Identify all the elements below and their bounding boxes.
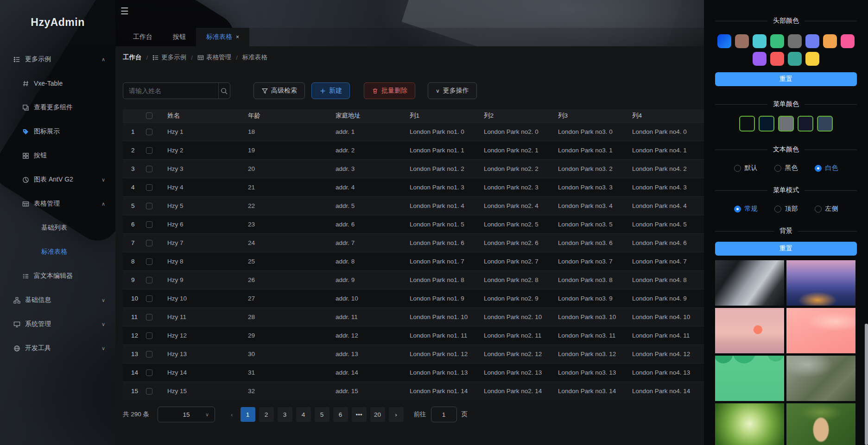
sidebar-item-基础信息[interactable]: 基础信息∨ (0, 288, 115, 312)
background-thumb-green-leaves[interactable] (715, 356, 784, 401)
sidebar-item-按钮[interactable]: 按钮 (0, 144, 115, 168)
breadcrumb-item-标准表格[interactable]: 标准表格 (242, 53, 267, 62)
header-color-swatch-6[interactable] (805, 34, 819, 48)
header-color-swatch-3[interactable] (753, 34, 767, 48)
menu-mode-option-常规[interactable]: 常规 (734, 205, 758, 213)
menu-mode-option-顶部[interactable]: 顶部 (774, 205, 798, 213)
background-thumb-winter-mountains[interactable] (786, 260, 855, 306)
row-checkbox[interactable] (146, 184, 152, 191)
page-button-3[interactable]: 3 (278, 407, 292, 422)
search-input[interactable] (123, 83, 218, 99)
header-color-swatch-10[interactable] (770, 52, 784, 66)
header-color-swatch-8[interactable] (841, 34, 855, 48)
background-thumb-bamboo-forest[interactable] (715, 403, 784, 445)
background-reset-button[interactable]: 重置 (715, 242, 857, 256)
advanced-search-button[interactable]: 高级检索 (253, 82, 305, 99)
page-button-5[interactable]: 5 (315, 407, 329, 422)
menu-color-swatch-3[interactable] (778, 116, 794, 132)
background-thumb-pink-sunset[interactable] (715, 308, 784, 353)
page-button-20[interactable]: 20 (370, 407, 385, 422)
background-thumb-laptop-desk[interactable] (715, 260, 784, 306)
sidebar-item-图标展示[interactable]: 图标展示 (0, 119, 115, 144)
cell-col3: London Park no3. 3 (558, 178, 632, 196)
page-ellipsis-button[interactable]: ••• (352, 407, 367, 422)
hamburger-menu-icon[interactable]: ☰ (120, 6, 129, 17)
sidebar-item-查看更多组件[interactable]: 查看更多组件 (0, 95, 115, 119)
row-checkbox[interactable] (146, 277, 152, 283)
row-checkbox[interactable] (146, 203, 152, 209)
breadcrumb-item-工作台[interactable]: 工作台 (123, 53, 142, 62)
create-button[interactable]: 新建 (311, 82, 350, 99)
cell-age: 18 (248, 122, 336, 141)
page-button-2[interactable]: 2 (259, 407, 274, 422)
cell-col1: London Park no1. 0 (410, 122, 484, 141)
menu-color-swatch-1[interactable] (739, 116, 755, 132)
header-color-reset-button[interactable]: 重置 (715, 72, 857, 86)
background-thumb-deer-ferns[interactable] (786, 403, 855, 445)
row-checkbox[interactable] (146, 129, 152, 135)
sidebar-item-Vxe-Table[interactable]: Vxe-Table (0, 71, 115, 95)
row-checkbox[interactable] (146, 147, 152, 154)
header-color-swatch-4[interactable] (770, 34, 784, 48)
row-checkbox[interactable] (146, 351, 152, 357)
divider-line (715, 150, 767, 150)
sidebar-item-开发工具[interactable]: 开发工具∨ (0, 336, 115, 360)
header-color-swatch-7[interactable] (823, 34, 837, 48)
cell-name: Hzy 5 (167, 196, 248, 215)
header-color-swatch-5[interactable] (788, 34, 802, 48)
sidebar-item-图表 AntV G2[interactable]: 图表 AntV G2∨ (0, 168, 115, 192)
close-icon[interactable]: × (236, 34, 239, 40)
background-thumb-pink-blossom[interactable] (786, 308, 855, 353)
sidebar-item-标准表格[interactable]: 标准表格 (0, 240, 115, 264)
sidebar-item-表格管理[interactable]: 表格管理∧ (0, 192, 115, 216)
row-checkbox[interactable] (146, 258, 152, 265)
row-checkbox[interactable] (146, 314, 152, 320)
menu-color-swatch-4[interactable] (798, 116, 813, 132)
tab-按钮[interactable]: 按钮 (163, 28, 196, 46)
sidebar-item-基础列表[interactable]: 基础列表 (0, 216, 115, 240)
drawer-scrollbar[interactable] (865, 324, 868, 445)
text-color-option-黑色[interactable]: 黑色 (774, 164, 798, 172)
cell-col2: London Park no2. 11 (484, 326, 558, 345)
goto-page-input[interactable] (431, 407, 457, 422)
row-checkbox[interactable] (146, 166, 152, 172)
search-icon[interactable] (219, 83, 230, 99)
more-actions-button[interactable]: ∨ 更多操作 (428, 82, 477, 99)
next-page-button[interactable]: › (389, 407, 404, 422)
sidebar-item-系统管理[interactable]: 系统管理∨ (0, 312, 115, 336)
row-checkbox[interactable] (146, 221, 152, 228)
header-color-swatch-2[interactable] (735, 34, 749, 48)
row-checkbox[interactable] (146, 332, 152, 339)
menu-mode-option-左侧[interactable]: 左侧 (815, 205, 838, 213)
select-all-checkbox[interactable] (146, 113, 152, 119)
batch-delete-button[interactable]: 批量删除 (364, 82, 415, 99)
text-color-option-默认[interactable]: 默认 (734, 164, 758, 172)
sidebar-item-富文本编辑器[interactable]: 富文本编辑器 (0, 264, 115, 288)
breadcrumb-item-表格管理[interactable]: 表格管理 (197, 53, 231, 62)
plus-icon (319, 88, 326, 94)
prev-page-button[interactable]: ‹ (227, 411, 237, 418)
menu-color-swatch-2[interactable] (759, 116, 774, 132)
chevron-down-icon: ∨ (101, 177, 105, 183)
background-thumb-mossy-forest[interactable] (786, 356, 855, 401)
page-button-4[interactable]: 4 (296, 407, 311, 422)
page-size-select[interactable]: 15 ∨ (158, 407, 215, 422)
header-color-swatch-1[interactable] (717, 34, 731, 48)
row-checkbox[interactable] (146, 388, 152, 395)
sidebar-item-更多示例[interactable]: 更多示例∧ (0, 47, 115, 71)
tab-工作台[interactable]: 工作台 (123, 28, 163, 46)
cell-checkbox (146, 122, 167, 141)
tab-标准表格[interactable]: 标准表格× (196, 28, 249, 46)
page-button-1[interactable]: 1 (241, 407, 255, 422)
row-checkbox[interactable] (146, 240, 152, 246)
breadcrumb-item-更多示例[interactable]: 更多示例 (152, 53, 186, 62)
header-color-swatch-12[interactable] (805, 52, 819, 66)
header-color-swatch-9[interactable] (753, 52, 767, 66)
row-checkbox[interactable] (146, 295, 152, 302)
menu-color-swatch-5[interactable] (817, 116, 833, 132)
cell-checkbox (146, 196, 167, 215)
row-checkbox[interactable] (146, 370, 152, 376)
page-button-6[interactable]: 6 (333, 407, 348, 422)
text-color-option-白色[interactable]: 白色 (815, 164, 838, 172)
header-color-swatch-11[interactable] (788, 52, 802, 66)
